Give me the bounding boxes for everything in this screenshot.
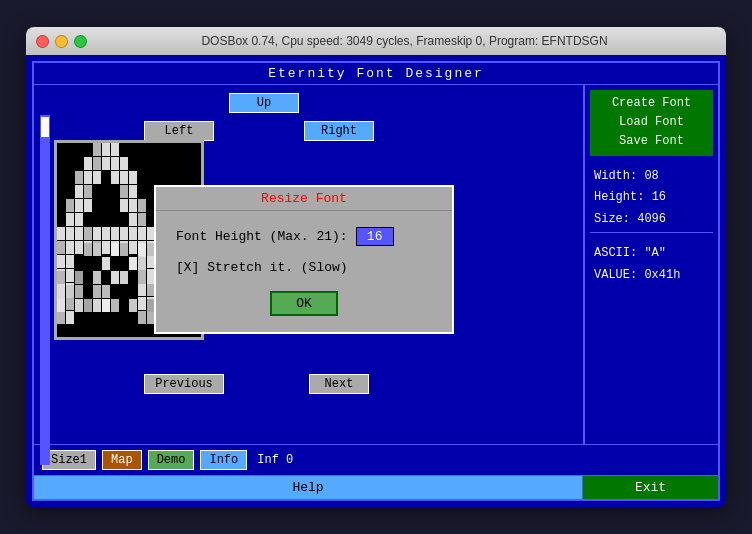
previous-button[interactable]: Previous bbox=[144, 374, 224, 394]
main-content: Up Left Right Previous Next Re bbox=[34, 85, 718, 444]
stretch-row[interactable]: [X] Stretch it. (Slow) bbox=[176, 260, 432, 275]
height-info: Height: 16 bbox=[594, 187, 709, 209]
help-button[interactable]: Help bbox=[34, 476, 583, 499]
size-label: Size bbox=[51, 453, 80, 467]
create-font-button[interactable]: Create Font bbox=[594, 94, 709, 113]
load-font-button[interactable]: Load Font bbox=[594, 113, 709, 132]
ascii-label: ASCII: bbox=[594, 246, 637, 260]
font-height-input[interactable] bbox=[356, 227, 394, 246]
up-button[interactable]: Up bbox=[229, 93, 299, 113]
height-label: Height: bbox=[594, 190, 644, 204]
minimize-button[interactable] bbox=[55, 35, 68, 48]
resize-font-dialog: Resize Font Font Height (Max. 21): [X] S… bbox=[154, 185, 454, 334]
dos-inner: Eternity Font Designer Up Left Right bbox=[32, 61, 720, 501]
save-font-button[interactable]: Save Font bbox=[594, 132, 709, 151]
width-value: 08 bbox=[644, 169, 658, 183]
right-button[interactable]: Right bbox=[304, 121, 374, 141]
canvas-area: Up Left Right Previous Next Re bbox=[34, 85, 583, 444]
ascii-info: ASCII: "A" VALUE: 0x41h bbox=[590, 241, 713, 288]
main-window: DOSBox 0.74, Cpu speed: 3049 cycles, Fra… bbox=[26, 27, 726, 507]
ascii-value: "A" bbox=[644, 246, 666, 260]
value-label: VALUE: bbox=[594, 268, 637, 282]
close-button[interactable] bbox=[36, 35, 49, 48]
height-value: 16 bbox=[652, 190, 666, 204]
demo-button[interactable]: Demo bbox=[148, 450, 195, 470]
size-info: Size: 4096 bbox=[594, 209, 709, 231]
size-value: 1 bbox=[80, 453, 87, 467]
font-height-label: Font Height (Max. 21): bbox=[176, 229, 348, 244]
width-info: Width: 08 bbox=[594, 166, 709, 188]
dos-area: Eternity Font Designer Up Left Right bbox=[26, 55, 726, 507]
dialog-title: Resize Font bbox=[156, 187, 452, 211]
bottom-toolbar: Size1 Map Demo Info Inf 0 bbox=[34, 444, 718, 475]
value-row: VALUE: 0x41h bbox=[594, 265, 709, 287]
info-display: Inf 0 bbox=[257, 453, 293, 467]
font-info: Width: 08 Height: 16 Size: 4096 bbox=[590, 164, 713, 234]
exit-button[interactable]: Exit bbox=[583, 476, 718, 499]
ok-button[interactable]: OK bbox=[270, 291, 338, 316]
map-button[interactable]: Map bbox=[102, 450, 142, 470]
bottom-actions: Help Exit bbox=[34, 475, 718, 499]
titlebar-text: DOSBox 0.74, Cpu speed: 3049 cycles, Fra… bbox=[93, 34, 716, 48]
app-title: Eternity Font Designer bbox=[34, 63, 718, 85]
size-button[interactable]: Size1 bbox=[42, 450, 96, 470]
right-panel: Create Font Load Font Save Font Width: 0… bbox=[583, 85, 718, 444]
value-value: 0x41h bbox=[644, 268, 680, 282]
font-height-row: Font Height (Max. 21): bbox=[176, 227, 432, 246]
size-label: Size: bbox=[594, 212, 630, 226]
maximize-button[interactable] bbox=[74, 35, 87, 48]
dialog-body: Font Height (Max. 21): [X] Stretch it. (… bbox=[156, 211, 452, 332]
ascii-row: ASCII: "A" bbox=[594, 243, 709, 265]
width-label: Width: bbox=[594, 169, 637, 183]
size-value: 4096 bbox=[637, 212, 666, 226]
font-actions: Create Font Load Font Save Font bbox=[590, 90, 713, 156]
left-button[interactable]: Left bbox=[144, 121, 214, 141]
next-button[interactable]: Next bbox=[309, 374, 369, 394]
info-button[interactable]: Info bbox=[200, 450, 247, 470]
titlebar: DOSBox 0.74, Cpu speed: 3049 cycles, Fra… bbox=[26, 27, 726, 55]
